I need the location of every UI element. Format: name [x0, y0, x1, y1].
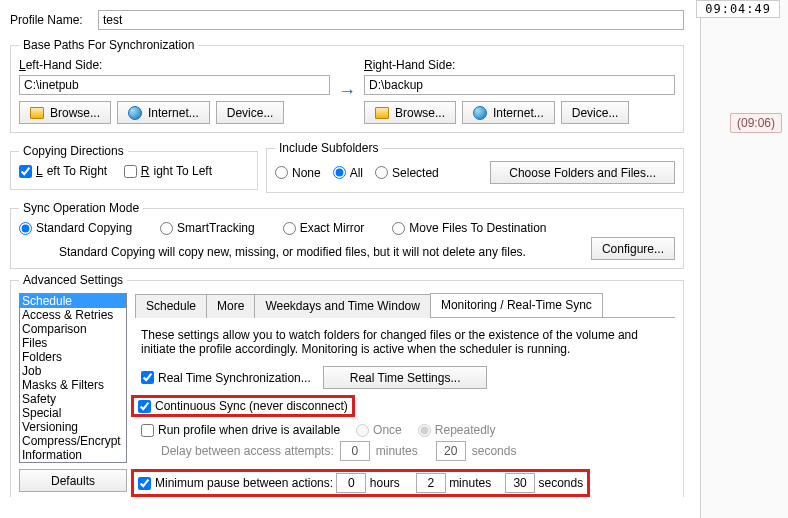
copying-directions-group: Copying Directions Left To Right Right T… — [10, 144, 258, 190]
sync-operation-mode-legend: Sync Operation Mode — [19, 201, 143, 215]
adv-item-job[interactable]: Job — [20, 364, 126, 378]
adv-item-versioning[interactable]: Versioning — [20, 420, 126, 434]
tab-weekdays[interactable]: Weekdays and Time Window — [254, 294, 431, 318]
standard-copying-radio[interactable]: Standard Copying — [19, 221, 132, 235]
delay-minutes-input[interactable] — [340, 441, 370, 461]
adv-item-masks-filters[interactable]: Masks & Filters — [20, 378, 126, 392]
delay-seconds-input[interactable] — [436, 441, 466, 461]
real-time-sync-checkbox[interactable]: Real Time Synchronization... — [141, 371, 311, 385]
once-radio[interactable]: Once — [356, 423, 402, 437]
tab-schedule[interactable]: Schedule — [135, 294, 207, 318]
side-panel: 09:04:49 (09:06) — [700, 0, 788, 518]
pause-hours-input[interactable] — [336, 473, 366, 493]
sync-operation-mode-group: Sync Operation Mode Standard Copying Sma… — [10, 201, 684, 269]
right-device-button[interactable]: Device... — [561, 101, 630, 124]
adv-item-special[interactable]: Special — [20, 406, 126, 420]
pause-seconds-unit: seconds — [538, 476, 583, 490]
profile-name-input[interactable] — [98, 10, 684, 30]
choose-folders-button[interactable]: Choose Folders and Files... — [490, 161, 675, 184]
clock-display: 09:04:49 — [696, 0, 780, 18]
minimum-pause-highlight: Minimum pause between actions: hours min… — [131, 469, 590, 497]
include-subfolders-group: Include Subfolders None All Selected Cho… — [266, 141, 684, 193]
left-device-button[interactable]: Device... — [216, 101, 285, 124]
globe-icon — [128, 106, 142, 120]
configure-button[interactable]: Configure... — [591, 237, 675, 260]
adv-item-schedule[interactable]: Schedule — [20, 294, 126, 308]
copying-directions-legend: Copying Directions — [19, 144, 128, 158]
pause-seconds-input[interactable] — [505, 473, 535, 493]
adv-item-access-retries[interactable]: Access & Retries — [20, 308, 126, 322]
profile-name-label: Profile Name: — [10, 13, 98, 27]
smarttracking-radio[interactable]: SmartTracking — [160, 221, 255, 235]
monitoring-intro-text: These settings allow you to watch folder… — [141, 328, 669, 356]
subfolders-selected-radio[interactable]: Selected — [375, 166, 439, 180]
delay-label: Delay between access attempts: — [161, 444, 334, 458]
right-internet-button[interactable]: Internet... — [462, 101, 555, 124]
globe-icon — [473, 106, 487, 120]
tab-monitoring[interactable]: Monitoring / Real-Time Sync — [430, 293, 603, 317]
exact-mirror-radio[interactable]: Exact Mirror — [283, 221, 365, 235]
right-browse-button[interactable]: Browse... — [364, 101, 456, 124]
tab-more[interactable]: More — [206, 294, 255, 318]
minimum-pause-checkbox[interactable]: Minimum pause between actions: — [138, 476, 333, 490]
advanced-settings-legend: Advanced Settings — [19, 273, 127, 287]
advanced-settings-group: Advanced Settings ScheduleAccess & Retri… — [10, 273, 684, 497]
folder-icon — [375, 107, 389, 119]
real-time-settings-button[interactable]: Real Time Settings... — [323, 366, 488, 389]
include-subfolders-legend: Include Subfolders — [275, 141, 382, 155]
pause-minutes-input[interactable] — [416, 473, 446, 493]
delay-minutes-unit: minutes — [376, 444, 430, 458]
adv-item-compress-encrypt[interactable]: Compress/Encrypt — [20, 434, 126, 448]
right-side-label: R — [364, 58, 373, 72]
base-paths-group: Base Paths For Synchronization Left-Hand… — [10, 38, 684, 133]
pause-hours-unit: hours — [370, 476, 416, 490]
left-browse-button[interactable]: Browse... — [19, 101, 111, 124]
delay-seconds-unit: seconds — [472, 444, 517, 458]
right-to-left-checkbox[interactable]: Right To Left — [124, 164, 212, 178]
adv-item-safety[interactable]: Safety — [20, 392, 126, 406]
adv-item-comparison[interactable]: Comparison — [20, 322, 126, 336]
repeatedly-radio[interactable]: Repeatedly — [418, 423, 496, 437]
time-bubble: (09:06) — [730, 113, 782, 133]
subfolders-none-radio[interactable]: None — [275, 166, 321, 180]
defaults-button[interactable]: Defaults — [19, 469, 127, 492]
left-to-right-checkbox[interactable]: Left To Right — [19, 164, 107, 178]
left-path-input[interactable] — [19, 75, 330, 95]
pause-minutes-unit: minutes — [449, 476, 505, 490]
arrow-icon: → — [338, 81, 356, 102]
base-paths-legend: Base Paths For Synchronization — [19, 38, 198, 52]
left-internet-button[interactable]: Internet... — [117, 101, 210, 124]
adv-item-folders[interactable]: Folders — [20, 350, 126, 364]
move-files-radio[interactable]: Move Files To Destination — [392, 221, 546, 235]
sync-mode-description: Standard Copying will copy new, missing,… — [19, 245, 591, 259]
continuous-sync-checkbox[interactable]: Continuous Sync (never disconnect) — [138, 399, 348, 413]
adv-item-files[interactable]: Files — [20, 336, 126, 350]
run-when-drive-available-checkbox[interactable]: Run profile when drive is available — [141, 423, 340, 437]
advanced-settings-listbox[interactable]: ScheduleAccess & RetriesComparisonFilesF… — [19, 293, 127, 463]
left-side-label: L — [19, 58, 26, 72]
continuous-sync-highlight: Continuous Sync (never disconnect) — [131, 395, 355, 417]
right-path-input[interactable] — [364, 75, 675, 95]
subfolders-all-radio[interactable]: All — [333, 166, 363, 180]
adv-item-information[interactable]: Information — [20, 448, 126, 462]
folder-icon — [30, 107, 44, 119]
